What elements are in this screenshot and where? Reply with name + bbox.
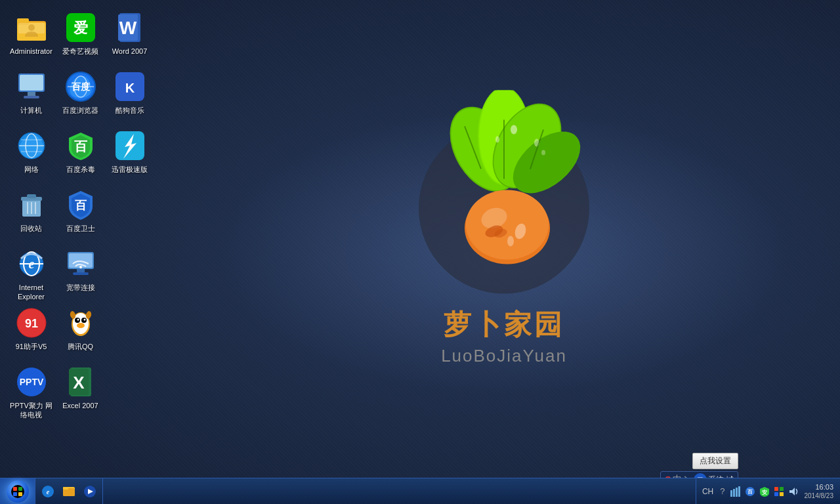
svg-point-70	[534, 138, 539, 146]
broadband-icon-img	[65, 248, 96, 280]
svg-point-66	[478, 91, 576, 200]
baidu-browser-icon-img: 百度	[65, 71, 96, 102]
svg-text:安: 安	[761, 489, 767, 495]
icon-baidu-antivirus[interactable]: 百 百度杀毒	[56, 125, 105, 184]
tray-lang-label: CH	[702, 487, 713, 496]
tray-language[interactable]: CH	[700, 487, 715, 496]
start-button[interactable]	[0, 478, 35, 505]
administrator-icon-img	[16, 12, 47, 43]
icon-baidu-browser[interactable]: 百度 百度浏览器	[56, 66, 105, 125]
kugou-icon-img: K	[114, 71, 146, 102]
broadband-label: 宽带连接	[66, 283, 95, 292]
svg-rect-103	[780, 487, 784, 491]
icon-row-2: 网络 百 百度杀毒	[7, 125, 154, 184]
icon-baidu-guard[interactable]: 百 百度卫士	[56, 184, 105, 243]
svg-rect-42	[73, 272, 89, 275]
icon-computer[interactable]: 计算机	[7, 66, 56, 125]
ie-icon-img: e	[16, 248, 47, 280]
logo-circle	[399, 90, 609, 300]
tray-time: 16:03	[805, 482, 834, 492]
svg-point-76	[513, 222, 528, 240]
taskbar-explorer-icon[interactable]	[59, 482, 79, 501]
svg-text:百: 百	[74, 139, 88, 154]
svg-point-52	[83, 319, 85, 321]
svg-text:PPTV: PPTV	[19, 377, 43, 387]
svg-point-74	[466, 190, 549, 259]
taskbar: e	[0, 478, 840, 504]
svg-text:百度: 百度	[72, 81, 91, 92]
tray-help[interactable]: ?	[718, 486, 726, 496]
taskbar-tray: CH ? 百	[696, 478, 840, 504]
iqiyi-icon-img: 爱	[65, 12, 96, 43]
icon-excel2007[interactable]: X Excel 2007	[56, 361, 105, 420]
taskbar-media-icon[interactable]	[80, 482, 100, 501]
icon-row-5: 91 91助手V5	[7, 302, 154, 361]
iqiyi-label: 爱奇艺视频	[62, 47, 98, 56]
recycle-label: 回收站	[20, 224, 42, 233]
icon-pptv[interactable]: PPTV PPTV聚力 网络电视	[7, 361, 56, 420]
wallpaper-logo: 萝卜家园 LuoBoJiaYuan	[399, 90, 609, 366]
svg-point-63	[438, 96, 531, 202]
icon-kugou[interactable]: K 酷狗音乐	[105, 66, 154, 125]
computer-icon-img	[16, 71, 47, 102]
excel-icon-img: X	[65, 366, 96, 398]
tray-baidu-icon[interactable]: 百	[744, 486, 756, 497]
91-icon-img: 91	[16, 307, 47, 339]
svg-text:K: K	[125, 81, 135, 95]
logo-en-text: LuoBoJiaYuan	[441, 346, 567, 366]
icon-row-3: 回收站 百 百度卫士	[7, 184, 154, 243]
svg-line-82	[530, 129, 543, 169]
tray-clock[interactable]: 16:03 2014/8/23	[802, 482, 837, 500]
svg-point-72	[495, 136, 499, 142]
icon-iqiyi[interactable]: 爱 爱奇艺视频	[56, 7, 105, 66]
xunlei-label: 迅雷极速版	[112, 165, 148, 174]
icon-ie[interactable]: e Internet Explorer	[7, 243, 56, 302]
icon-xunlei[interactable]: 迅雷极速版	[105, 125, 154, 184]
svg-point-51	[77, 319, 79, 321]
ie-label: Internet Explorer	[9, 283, 54, 302]
icon-qq[interactable]: 腾讯QQ	[56, 302, 105, 361]
tray-windows-icon[interactable]	[773, 486, 785, 497]
svg-rect-92	[63, 487, 68, 490]
icon-word2007[interactable]: W Word 2007	[105, 7, 154, 66]
svg-rect-41	[77, 269, 85, 272]
svg-text:91: 91	[24, 317, 37, 330]
icon-recycle[interactable]: 回收站	[7, 184, 56, 243]
baidu-antivirus-label: 百度杀毒	[66, 165, 95, 174]
icon-broadband[interactable]: 宽带连接	[56, 243, 105, 302]
svg-text:百: 百	[75, 199, 87, 212]
recycle-icon-img	[16, 189, 47, 220]
svg-point-75	[478, 204, 510, 232]
administrator-label: Administrator	[10, 47, 52, 56]
tray-volume-icon[interactable]	[788, 486, 799, 497]
excel-label: Excel 2007	[62, 401, 98, 410]
network-label: 网络	[24, 165, 39, 174]
qq-icon-img	[65, 307, 96, 339]
icon-network[interactable]: 网络	[7, 125, 56, 184]
icon-row-1: 计算机 百度 百度浏览器	[7, 66, 154, 125]
svg-text:爱: 爱	[74, 20, 88, 36]
icon-administrator[interactable]: Administrator	[7, 7, 56, 66]
baidu-browser-label: 百度浏览器	[62, 106, 98, 115]
svg-point-53	[77, 323, 85, 328]
taskbar-ie-icon[interactable]: e	[38, 482, 58, 501]
svg-point-71	[541, 150, 545, 155]
popup-settings-btn[interactable]: 点我设置	[692, 453, 738, 469]
logo-cn-text: 萝卜家园	[444, 306, 564, 343]
svg-rect-85	[18, 487, 22, 491]
tray-network-icon[interactable]	[730, 486, 742, 497]
svg-rect-102	[774, 487, 778, 491]
baidu-guard-label: 百度卫士	[66, 224, 95, 233]
taskbar-quick-launch: e	[35, 478, 103, 504]
svg-point-64	[478, 90, 530, 185]
svg-rect-98	[738, 486, 740, 497]
tray-date: 2014/8/23	[805, 492, 834, 500]
icon-91assistant[interactable]: 91 91助手V5	[7, 302, 56, 361]
tray-antivirus-icon[interactable]: 安	[759, 486, 770, 497]
svg-text:百: 百	[747, 489, 753, 495]
svg-point-69	[511, 125, 517, 134]
svg-point-43	[79, 266, 82, 268]
pptv-label: PPTV聚力 网络电视	[9, 401, 54, 420]
svg-marker-106	[789, 488, 795, 495]
word-label: Word 2007	[112, 47, 148, 56]
